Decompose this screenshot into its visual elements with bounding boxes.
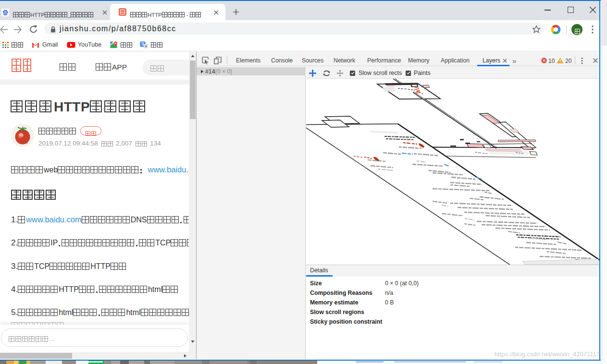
svg-text:du: du <box>4 12 7 15</box>
